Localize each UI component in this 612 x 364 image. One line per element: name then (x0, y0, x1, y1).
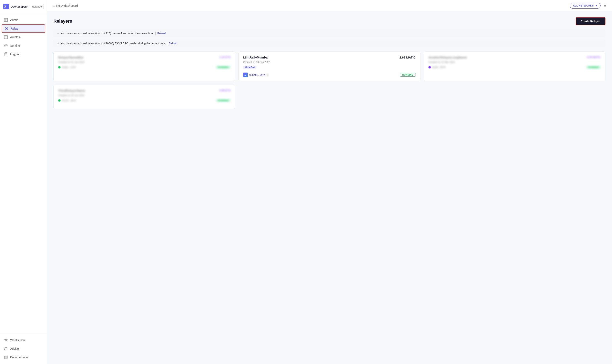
card-mint-network-badge: MUMBAI (243, 66, 256, 69)
relayer-card-blurred-2[interactable]: AnotherRelayerLongName 4.56 MATIC Create… (424, 51, 605, 81)
sidebar-item-documentation[interactable]: Documentation (0, 353, 47, 362)
card-status-blurred-1: RUNNING (216, 66, 231, 69)
status-dot-purple-2 (428, 66, 431, 68)
alert-transactions: ↗ You have sent approximately 0 (out of … (54, 29, 605, 37)
chevron-down-icon: ▼ (595, 4, 598, 7)
alert-rpc-icon: ↗ (57, 42, 59, 45)
sidebar-header: Z OpenZeppelin | defender ‹ (0, 0, 47, 13)
card-sub-blurred-2: Created on 15 Mar 2022 (428, 61, 601, 64)
card-status-blurred-2: RUNNING (586, 66, 601, 69)
sidebar-item-relay[interactable]: Relay (2, 24, 45, 33)
sidebar-item-sentinel[interactable]: Sentinel (0, 41, 47, 50)
logo-sub-text: defender (32, 5, 43, 8)
card-mint-date: Created on 13 Sep 2022 (243, 61, 416, 64)
card-name-blurred-3: ThirdRelayerName (58, 89, 85, 92)
svg-point-7 (6, 28, 7, 29)
card-bottom-blurred-1: 0xabc...1234 RUNNING (58, 66, 231, 69)
card-sub-blurred-1: Created on 01 Jan 2022 (58, 61, 231, 64)
all-networks-button[interactable]: ALL NETWORKS ▼ (570, 3, 600, 9)
autotask-icon (4, 35, 8, 39)
relay-label: Relay (11, 27, 18, 30)
logo-area: Z OpenZeppelin | defender (3, 4, 43, 9)
relayer-card-mintrallymumbai[interactable]: MintRallyMumbai 2.69 MATIC Created on 13… (238, 51, 420, 81)
card-bottom-blurred-3: 0x123...abcd RUNNING (58, 99, 231, 102)
card-address-blurred-3: 0x123...abcd (62, 99, 76, 102)
card-address-blurred-1: 0xabc...1234 (62, 66, 76, 69)
card-top-blurred-3: ThirdRelayerName 0.99 ETH (58, 89, 231, 92)
sentinel-label: Sentinel (10, 44, 21, 47)
breadcrumb: ⌂ Relay dashboard (53, 4, 78, 8)
autotask-label: Autotask (10, 36, 21, 39)
svg-rect-2 (4, 18, 6, 20)
card-mint-balance: 2.69 MATIC (399, 56, 416, 59)
sidebar-item-logging[interactable]: Logging (0, 50, 47, 58)
relayers-grid-row1: RelayerNameBlur 1.23 ETH Created on 01 J… (54, 51, 605, 81)
create-relayer-button[interactable]: Create Relayer (576, 17, 605, 25)
sidebar: Z OpenZeppelin | defender ‹ Admin Relay (0, 0, 47, 364)
status-dot-green-3 (58, 99, 61, 102)
copy-address-icon[interactable]: ▯ (267, 73, 269, 77)
card-balance-blurred-3: 0.99 ETH (219, 89, 231, 92)
page-header: Relayers Create Relayer (54, 17, 605, 25)
card-mint-name: MintRallyMumbai (243, 56, 268, 59)
card-address-blurred-2: 0xdef...5678 (432, 66, 446, 69)
card-mint-bottom: 0x8ef6...6d2d ▯ RUNNING (243, 73, 416, 77)
home-icon: ⌂ (53, 4, 55, 8)
card-top-blurred-2: AnotherRelayerLongName 4.56 MATIC (428, 56, 601, 59)
logging-label: Logging (10, 52, 20, 56)
card-sub-blurred-3: Created on 20 Jun 2022 (58, 94, 231, 97)
page-title: Relayers (54, 19, 72, 24)
relayers-grid-row2: ThirdRelayerName 0.99 ETH Created on 20 … (54, 85, 605, 109)
reload-rpc-link[interactable]: Reload (169, 42, 177, 45)
collapse-sidebar-button[interactable]: ‹ (43, 4, 44, 9)
alert-trend-icon: ↗ (57, 32, 59, 35)
card-balance-blurred-1: 1.23 ETH (219, 56, 231, 59)
card-name-blurred-1: RelayerNameBlur (58, 56, 84, 59)
advisor-icon (4, 347, 8, 351)
sidebar-item-whats-new[interactable]: What's New (0, 336, 47, 344)
openzeppelin-logo-icon: Z (3, 4, 9, 9)
card-mint-status-badge: RUNNING (400, 73, 416, 77)
whats-new-label: What's New (10, 338, 25, 342)
card-balance-blurred-2: 4.56 MATIC (587, 56, 601, 59)
admin-label: Admin (10, 18, 18, 22)
logo-brand-text: OpenZeppelin (11, 5, 28, 8)
svg-point-12 (246, 74, 246, 75)
svg-rect-5 (6, 20, 8, 22)
card-bottom-blurred-2: 0xdef...5678 RUNNING (428, 66, 601, 69)
documentation-label: Documentation (10, 356, 29, 359)
svg-text:Z: Z (4, 5, 6, 9)
alert-rpc: ↗ You have sent approximately 0 (out of … (54, 39, 605, 47)
card-status-blurred-3: RUNNING (216, 99, 231, 102)
alert-transactions-text: You have sent approximately 0 (out of 12… (61, 32, 156, 35)
sidebar-item-admin[interactable]: Admin (0, 16, 47, 24)
sidebar-navigation: Admin Relay Autotask Sentinel (0, 13, 47, 333)
breadcrumb-text: Relay dashboard (56, 4, 78, 7)
networks-label: ALL NETWORKS (573, 4, 594, 7)
alert-rpc-text: You have sent approximately 0 (out of 10… (61, 42, 167, 45)
reload-transactions-link[interactable]: Reload (157, 32, 166, 35)
sidebar-bottom: What's New Advisor Documentation (0, 333, 47, 364)
sentinel-icon (4, 44, 8, 48)
topbar: ⌂ Relay dashboard ALL NETWORKS ▼ ≡ (47, 0, 612, 12)
page-content: Relayers Create Relayer ↗ You have sent … (47, 12, 612, 364)
card-mint-address-text: 0x8ef6...6d2d (249, 73, 265, 77)
advisor-label: Advisor (10, 347, 20, 350)
hamburger-menu-icon[interactable]: ≡ (604, 3, 606, 8)
topbar-right: ALL NETWORKS ▼ ≡ (570, 3, 606, 9)
main-content: ⌂ Relay dashboard ALL NETWORKS ▼ ≡ Relay… (47, 0, 612, 364)
admin-icon (4, 18, 8, 22)
whats-new-icon (4, 338, 8, 342)
relayer-card-blurred-1[interactable]: RelayerNameBlur 1.23 ETH Created on 01 J… (54, 51, 235, 81)
card-top-blurred-1: RelayerNameBlur 1.23 ETH (58, 56, 231, 59)
address-avatar (243, 73, 248, 77)
sidebar-item-advisor[interactable]: Advisor (0, 344, 47, 353)
svg-rect-4 (4, 20, 6, 22)
card-top-mint: MintRallyMumbai 2.69 MATIC (243, 56, 416, 59)
card-name-blurred-2: AnotherRelayerLongName (428, 56, 467, 59)
logging-icon (4, 52, 8, 56)
card-mint-address-area: 0x8ef6...6d2d ▯ (243, 73, 269, 77)
sidebar-item-autotask[interactable]: Autotask (0, 33, 47, 41)
relayer-card-blurred-3[interactable]: ThirdRelayerName 0.99 ETH Created on 20 … (54, 85, 235, 109)
svg-rect-3 (6, 18, 8, 20)
